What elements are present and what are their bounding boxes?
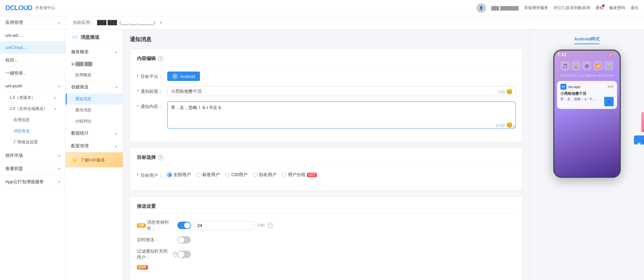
sidebar-item-unicloud[interactable]: uniCloud... [0, 41, 65, 54]
emoji-content-btn[interactable]: 😊 [506, 122, 513, 128]
sidebar-sub-ver1[interactable]: 1.0（老版本） ▸ [0, 92, 65, 103]
sidebar-sub-ver2[interactable]: 2.0（支持全端推送） ▾ [0, 103, 65, 114]
help-icon-filter[interactable]: ? [173, 252, 177, 257]
target-user-radio-group: 全部用户 标签用户 CID用户 [167, 170, 516, 178]
second-sidebar-notif-msg[interactable]: 通知消息 [66, 93, 123, 105]
help-icon-expiry[interactable]: ? [268, 223, 273, 228]
toggle-filter[interactable] [177, 251, 191, 258]
notif-content-wrapper: 草，走，忽略！＆↑卡左＆ 17/50 😊 [167, 102, 516, 130]
sidebar-sub-msg-push[interactable]: 消息推送 [0, 125, 65, 137]
avatar: 👤 [476, 3, 486, 13]
current-app-value: ███ ███（___.___.______） [97, 20, 157, 26]
second-sidebar-app-section[interactable]: ▣ ███ ███ [66, 58, 123, 69]
form-row-platform: 目标平台： A Android [137, 72, 516, 81]
sidebar-item-one-login[interactable]: 一键登录... [0, 67, 65, 80]
notification-dot [602, 4, 605, 7]
notif-title-preview: 小亮给他整个活 [560, 91, 614, 96]
second-sidebar-group-compare[interactable]: 分组对比 [66, 116, 123, 127]
sidebar-sub-vendor-push[interactable]: 厂商推送设置 [0, 137, 65, 148]
notif-title-input[interactable] [167, 86, 516, 96]
card-title-push-settings: 推送设置 [137, 203, 516, 214]
card-title-content-edit: 内容编辑 ? [137, 56, 516, 66]
second-sidebar-config-mgmt[interactable]: 配置管理 ▸ [66, 140, 123, 152]
second-sidebar-overview[interactable]: 服务概览 ▸ [66, 46, 123, 58]
chevron-right-icon2: ▸ [116, 50, 117, 54]
setting-label-filter: 过滤通知栏关闭用户： ? [137, 248, 177, 260]
help-icon-content[interactable]: ? [158, 56, 163, 61]
radio-tag-users[interactable]: 标签用户 [196, 172, 220, 178]
notif-content-textarea[interactable]: 草，走，忽略！＆↑卡左＆ [167, 102, 516, 129]
form-row-target-user: 目标用户： 全部用户 标签用户 [137, 170, 516, 178]
sidebar-item-sms[interactable]: 短信... [0, 54, 65, 67]
second-sidebar-header: 📨 消息推送 [66, 29, 123, 46]
nav-notification[interactable]: 通知 [595, 5, 604, 11]
nav-change-pwd[interactable]: 修改密码 [609, 5, 625, 11]
radio-circle-all [167, 172, 172, 177]
android-style-tab[interactable]: Android样式 [574, 36, 600, 44]
second-sidebar-app-overview[interactable]: 应用概览 [66, 69, 123, 81]
phone-music-icon: 🎵 [560, 61, 570, 71]
sidebar-sub-app-info[interactable]: 应用信息 [0, 114, 65, 125]
logo-area: DCLOUD 开发者中心 [5, 4, 55, 12]
phone-preview-panel: Android样式 7:11 📶 🔋 🎵 [529, 29, 644, 280]
vip-badge-expiry: VIP [137, 223, 146, 228]
setting-control-expiry: 小时 ? [177, 221, 273, 230]
radio-alias-users[interactable]: 别名用户 [253, 172, 276, 178]
chevron-up-icon: ▴ [58, 84, 60, 88]
sidebar-item-app-mgmt[interactable]: 应用管理 ▾ [0, 16, 65, 29]
radio-cid-users[interactable]: CID用户 [225, 172, 247, 178]
phone-at-icon: @ [582, 61, 591, 71]
second-sidebar-passthrough-msg[interactable]: 透传消息 [66, 105, 123, 116]
nav-security-service[interactable]: 等保测评服务 [524, 5, 548, 11]
toggle-expiry[interactable] [177, 222, 191, 229]
phone-lock-row: 🎵 🔒 @ 📶 🔋 [554, 58, 620, 73]
hot-badge: HOT [307, 173, 317, 177]
form-control-notif-content: 草，走，忽略！＆↑卡左＆ 17/50 😊 [167, 102, 516, 130]
help-icon-target[interactable]: ? [158, 155, 163, 160]
username-mask: ███ ███████ [491, 6, 519, 10]
radio-all-users[interactable]: 全部用户 [167, 172, 191, 178]
second-sidebar-create-push[interactable]: 创建推送 ▾ [66, 81, 123, 93]
left-sidebar: 应用管理 ▾ uni-ad... uniCloud... 短信... 一键登录.… [0, 16, 66, 280]
sidebar-item-exchange[interactable]: 换量联盟 ▾ [0, 162, 65, 175]
expiry-time-input[interactable] [194, 221, 254, 230]
vip-banner[interactable]: ⭐ 了解VIP服务 [66, 152, 123, 167]
notif-header: M mc-app 刚刚 [560, 84, 614, 90]
emoji-title-btn[interactable]: 😊 [506, 88, 513, 95]
second-sidebar-data-stats[interactable]: 数据统计 ▸ [66, 127, 123, 140]
setting-control-scheduled [177, 236, 191, 244]
setting-control-filter [177, 251, 191, 258]
expiry-unit: 小时 [257, 223, 265, 228]
notif-body-preview: 草，走，忽略！＆↑卡… 👤 [560, 97, 614, 106]
sidebar-item-uni-push[interactable]: uni-push ▴ [0, 80, 65, 92]
app-selector-icon[interactable]: ▾ [160, 21, 162, 25]
target-select-card: 目标选择 ? 目标用户： 全部用户 [130, 147, 523, 191]
app-section-label: ▣ ███ ███ [71, 62, 92, 66]
nav-payment[interactable]: 对公汇款未到账咨询 [554, 5, 590, 11]
logo-sub: 开发者中心 [35, 5, 55, 11]
toggle-scheduled[interactable] [177, 236, 191, 244]
battery-icon: 🔋 [613, 53, 616, 56]
phone-time: 7:11 [558, 52, 566, 57]
main-layout: 应用管理 ▾ uni-ad... uniCloud... 短信... 一键登录.… [0, 16, 644, 280]
svip-badge: SVIP [137, 265, 148, 270]
sidebar-item-app-cloud[interactable]: App云打包增值服务 ▾ [0, 175, 65, 189]
notif-app-icon: M [560, 84, 566, 90]
tech-support-btn[interactable]: 技术 咨询 [634, 135, 644, 144]
setting-label-scheduled: 定时推送： [137, 237, 177, 243]
chevron-right-icon: ▸ [54, 96, 56, 100]
chevron-down-icon: ▾ [58, 21, 60, 25]
chevron-down-icon3: ▾ [58, 154, 60, 158]
sidebar-item-uni-ad[interactable]: uni-ad... [0, 29, 65, 41]
sidebar-item-plugin-market[interactable]: 插件市场 ▾ [0, 149, 65, 162]
form-label-notif-title: 通知标题： [137, 86, 167, 94]
setting-row-expiry: VIP 消息有效时长： 小时 ? [137, 219, 516, 231]
chevron-down-create: ▾ [116, 85, 117, 89]
top-nav-right: 👤 ███ ███████ 等保测评服务 对公汇款未到账咨询 通知 修改密码 退… [476, 3, 639, 13]
top-nav: DCLOUD 开发者中心 👤 ███ ███████ 等保测评服务 对公汇款未到… [0, 0, 644, 16]
radio-group-users[interactable]: 用户分组 HOT [282, 172, 317, 178]
android-btn[interactable]: A Android [167, 72, 200, 81]
vip-banner-text: 了解VIP服务 [81, 157, 105, 163]
nav-logout[interactable]: 退出 [631, 5, 639, 11]
form-control-platform: A Android [167, 72, 516, 81]
